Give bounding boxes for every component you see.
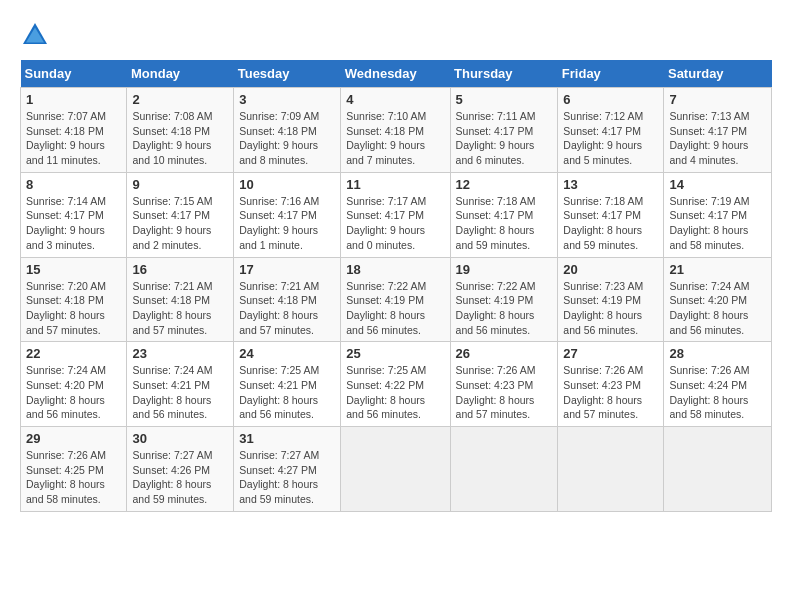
calendar-cell: 13 Sunrise: 7:18 AM Sunset: 4:17 PM Dayl… — [558, 172, 664, 257]
day-number: 8 — [26, 177, 121, 192]
day-info: Sunrise: 7:16 AM Sunset: 4:17 PM Dayligh… — [239, 194, 335, 253]
page-header — [20, 20, 772, 50]
calendar-cell: 11 Sunrise: 7:17 AM Sunset: 4:17 PM Dayl… — [341, 172, 450, 257]
day-number: 21 — [669, 262, 766, 277]
header-day-tuesday: Tuesday — [234, 60, 341, 88]
day-number: 3 — [239, 92, 335, 107]
day-info: Sunrise: 7:07 AM Sunset: 4:18 PM Dayligh… — [26, 109, 121, 168]
day-number: 29 — [26, 431, 121, 446]
calendar-cell: 25 Sunrise: 7:25 AM Sunset: 4:22 PM Dayl… — [341, 342, 450, 427]
calendar-cell: 3 Sunrise: 7:09 AM Sunset: 4:18 PM Dayli… — [234, 88, 341, 173]
header-day-monday: Monday — [127, 60, 234, 88]
calendar-cell: 7 Sunrise: 7:13 AM Sunset: 4:17 PM Dayli… — [664, 88, 772, 173]
day-number: 23 — [132, 346, 228, 361]
calendar-week-5: 29 Sunrise: 7:26 AM Sunset: 4:25 PM Dayl… — [21, 427, 772, 512]
day-number: 2 — [132, 92, 228, 107]
calendar-cell: 24 Sunrise: 7:25 AM Sunset: 4:21 PM Dayl… — [234, 342, 341, 427]
day-info: Sunrise: 7:27 AM Sunset: 4:27 PM Dayligh… — [239, 448, 335, 507]
day-number: 30 — [132, 431, 228, 446]
day-number: 20 — [563, 262, 658, 277]
day-number: 17 — [239, 262, 335, 277]
day-info: Sunrise: 7:26 AM Sunset: 4:23 PM Dayligh… — [456, 363, 553, 422]
day-info: Sunrise: 7:11 AM Sunset: 4:17 PM Dayligh… — [456, 109, 553, 168]
day-number: 31 — [239, 431, 335, 446]
day-info: Sunrise: 7:27 AM Sunset: 4:26 PM Dayligh… — [132, 448, 228, 507]
day-number: 12 — [456, 177, 553, 192]
calendar-cell: 27 Sunrise: 7:26 AM Sunset: 4:23 PM Dayl… — [558, 342, 664, 427]
day-info: Sunrise: 7:23 AM Sunset: 4:19 PM Dayligh… — [563, 279, 658, 338]
day-info: Sunrise: 7:22 AM Sunset: 4:19 PM Dayligh… — [346, 279, 444, 338]
calendar-cell: 31 Sunrise: 7:27 AM Sunset: 4:27 PM Dayl… — [234, 427, 341, 512]
header-day-saturday: Saturday — [664, 60, 772, 88]
calendar-cell: 5 Sunrise: 7:11 AM Sunset: 4:17 PM Dayli… — [450, 88, 558, 173]
header-row: SundayMondayTuesdayWednesdayThursdayFrid… — [21, 60, 772, 88]
day-number: 4 — [346, 92, 444, 107]
day-number: 16 — [132, 262, 228, 277]
calendar-cell: 14 Sunrise: 7:19 AM Sunset: 4:17 PM Dayl… — [664, 172, 772, 257]
day-number: 25 — [346, 346, 444, 361]
day-info: Sunrise: 7:22 AM Sunset: 4:19 PM Dayligh… — [456, 279, 553, 338]
calendar-week-3: 15 Sunrise: 7:20 AM Sunset: 4:18 PM Dayl… — [21, 257, 772, 342]
calendar-cell: 1 Sunrise: 7:07 AM Sunset: 4:18 PM Dayli… — [21, 88, 127, 173]
calendar-cell: 21 Sunrise: 7:24 AM Sunset: 4:20 PM Dayl… — [664, 257, 772, 342]
day-info: Sunrise: 7:19 AM Sunset: 4:17 PM Dayligh… — [669, 194, 766, 253]
calendar-cell: 19 Sunrise: 7:22 AM Sunset: 4:19 PM Dayl… — [450, 257, 558, 342]
day-number: 7 — [669, 92, 766, 107]
day-info: Sunrise: 7:21 AM Sunset: 4:18 PM Dayligh… — [239, 279, 335, 338]
day-info: Sunrise: 7:14 AM Sunset: 4:17 PM Dayligh… — [26, 194, 121, 253]
calendar-cell: 26 Sunrise: 7:26 AM Sunset: 4:23 PM Dayl… — [450, 342, 558, 427]
day-number: 10 — [239, 177, 335, 192]
day-info: Sunrise: 7:18 AM Sunset: 4:17 PM Dayligh… — [563, 194, 658, 253]
day-number: 15 — [26, 262, 121, 277]
day-number: 11 — [346, 177, 444, 192]
calendar-body: 1 Sunrise: 7:07 AM Sunset: 4:18 PM Dayli… — [21, 88, 772, 512]
calendar-cell — [558, 427, 664, 512]
calendar-week-4: 22 Sunrise: 7:24 AM Sunset: 4:20 PM Dayl… — [21, 342, 772, 427]
day-number: 26 — [456, 346, 553, 361]
calendar-cell: 22 Sunrise: 7:24 AM Sunset: 4:20 PM Dayl… — [21, 342, 127, 427]
day-info: Sunrise: 7:13 AM Sunset: 4:17 PM Dayligh… — [669, 109, 766, 168]
calendar-cell: 18 Sunrise: 7:22 AM Sunset: 4:19 PM Dayl… — [341, 257, 450, 342]
day-info: Sunrise: 7:25 AM Sunset: 4:21 PM Dayligh… — [239, 363, 335, 422]
day-info: Sunrise: 7:18 AM Sunset: 4:17 PM Dayligh… — [456, 194, 553, 253]
calendar-cell: 20 Sunrise: 7:23 AM Sunset: 4:19 PM Dayl… — [558, 257, 664, 342]
calendar-cell: 12 Sunrise: 7:18 AM Sunset: 4:17 PM Dayl… — [450, 172, 558, 257]
day-info: Sunrise: 7:17 AM Sunset: 4:17 PM Dayligh… — [346, 194, 444, 253]
day-info: Sunrise: 7:26 AM Sunset: 4:25 PM Dayligh… — [26, 448, 121, 507]
day-info: Sunrise: 7:10 AM Sunset: 4:18 PM Dayligh… — [346, 109, 444, 168]
calendar-cell: 4 Sunrise: 7:10 AM Sunset: 4:18 PM Dayli… — [341, 88, 450, 173]
calendar-cell: 16 Sunrise: 7:21 AM Sunset: 4:18 PM Dayl… — [127, 257, 234, 342]
calendar-week-1: 1 Sunrise: 7:07 AM Sunset: 4:18 PM Dayli… — [21, 88, 772, 173]
calendar-cell: 9 Sunrise: 7:15 AM Sunset: 4:17 PM Dayli… — [127, 172, 234, 257]
day-number: 9 — [132, 177, 228, 192]
day-number: 14 — [669, 177, 766, 192]
calendar-cell: 23 Sunrise: 7:24 AM Sunset: 4:21 PM Dayl… — [127, 342, 234, 427]
day-info: Sunrise: 7:15 AM Sunset: 4:17 PM Dayligh… — [132, 194, 228, 253]
day-info: Sunrise: 7:09 AM Sunset: 4:18 PM Dayligh… — [239, 109, 335, 168]
calendar-cell: 17 Sunrise: 7:21 AM Sunset: 4:18 PM Dayl… — [234, 257, 341, 342]
day-info: Sunrise: 7:25 AM Sunset: 4:22 PM Dayligh… — [346, 363, 444, 422]
logo — [20, 20, 54, 50]
day-number: 28 — [669, 346, 766, 361]
calendar-week-2: 8 Sunrise: 7:14 AM Sunset: 4:17 PM Dayli… — [21, 172, 772, 257]
day-number: 24 — [239, 346, 335, 361]
day-number: 1 — [26, 92, 121, 107]
calendar-table: SundayMondayTuesdayWednesdayThursdayFrid… — [20, 60, 772, 512]
calendar-header: SundayMondayTuesdayWednesdayThursdayFrid… — [21, 60, 772, 88]
day-info: Sunrise: 7:24 AM Sunset: 4:21 PM Dayligh… — [132, 363, 228, 422]
day-info: Sunrise: 7:21 AM Sunset: 4:18 PM Dayligh… — [132, 279, 228, 338]
logo-icon — [20, 20, 50, 50]
calendar-cell: 28 Sunrise: 7:26 AM Sunset: 4:24 PM Dayl… — [664, 342, 772, 427]
day-number: 18 — [346, 262, 444, 277]
day-number: 27 — [563, 346, 658, 361]
calendar-cell: 2 Sunrise: 7:08 AM Sunset: 4:18 PM Dayli… — [127, 88, 234, 173]
calendar-cell: 29 Sunrise: 7:26 AM Sunset: 4:25 PM Dayl… — [21, 427, 127, 512]
day-number: 22 — [26, 346, 121, 361]
calendar-cell — [341, 427, 450, 512]
calendar-cell: 15 Sunrise: 7:20 AM Sunset: 4:18 PM Dayl… — [21, 257, 127, 342]
calendar-cell: 8 Sunrise: 7:14 AM Sunset: 4:17 PM Dayli… — [21, 172, 127, 257]
calendar-cell: 10 Sunrise: 7:16 AM Sunset: 4:17 PM Dayl… — [234, 172, 341, 257]
calendar-cell: 6 Sunrise: 7:12 AM Sunset: 4:17 PM Dayli… — [558, 88, 664, 173]
day-number: 13 — [563, 177, 658, 192]
day-info: Sunrise: 7:24 AM Sunset: 4:20 PM Dayligh… — [669, 279, 766, 338]
